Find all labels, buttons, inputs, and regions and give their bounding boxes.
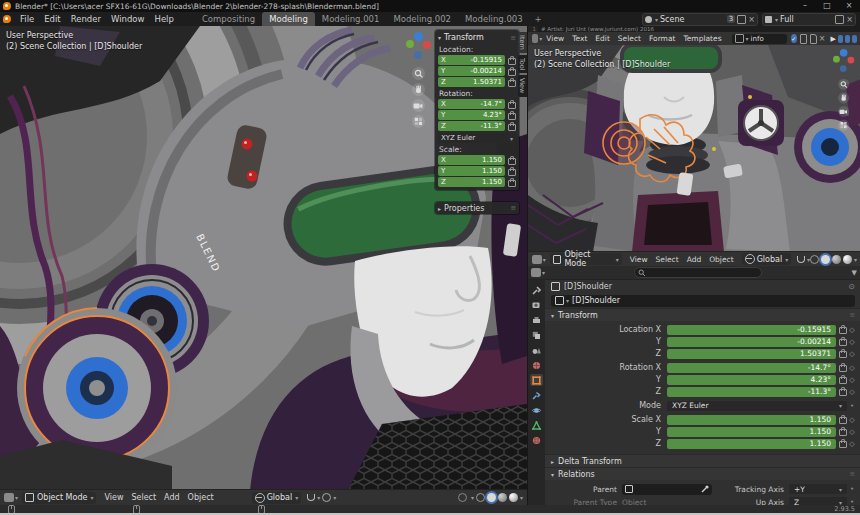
rotation-z-field[interactable]: -11.3° — [667, 387, 836, 397]
keyframe-icon[interactable] — [847, 388, 857, 396]
close-button[interactable]: × — [838, 0, 860, 12]
menu-object[interactable]: Object — [705, 252, 737, 267]
rotation-mode-dropdown[interactable]: XYZ Euler▾ — [438, 133, 516, 143]
menu-object[interactable]: Object — [184, 490, 218, 505]
new-view-layer-icon[interactable] — [835, 15, 844, 24]
delta-transform-panel-header[interactable]: Delta Transform — [545, 454, 860, 467]
axis-x-handle[interactable] — [848, 57, 855, 64]
location-y-field[interactable]: -0.00214 — [667, 337, 836, 347]
scene-users-badge[interactable]: 3 — [727, 15, 735, 23]
editor-type-icon[interactable] — [4, 493, 14, 502]
axis-neg-handle[interactable] — [414, 51, 422, 59]
tab-modeling-002[interactable]: Modeling.002 — [386, 12, 458, 26]
menu-templates[interactable]: Templates — [679, 31, 725, 46]
pan-hand-button[interactable] — [838, 92, 849, 103]
word-wrap-toggle[interactable] — [845, 35, 850, 43]
keyframe-icon[interactable] — [847, 364, 857, 372]
menu-window[interactable]: Window — [106, 12, 150, 26]
sidebar-tab-tool[interactable]: Tool — [518, 55, 527, 74]
shading-wireframe-button[interactable] — [810, 255, 819, 264]
run-script-button[interactable]: ▶ — [830, 35, 835, 43]
camera-view-button[interactable] — [412, 99, 425, 112]
lock-icon[interactable] — [839, 327, 847, 334]
menu-select[interactable]: Select — [652, 252, 683, 267]
keyframe-icon[interactable] — [847, 326, 857, 334]
shading-rendered-button[interactable] — [509, 493, 518, 502]
editor-type-icon[interactable] — [532, 255, 542, 264]
unlink-scene-icon[interactable]: × — [748, 16, 755, 23]
menu-render[interactable]: Render — [66, 12, 106, 26]
scale-z-field[interactable]: Z1.150 — [438, 177, 505, 187]
rotation-y-field[interactable]: 4.23° — [667, 375, 836, 385]
tab-modifiers[interactable] — [530, 389, 543, 401]
tab-object-data[interactable] — [530, 419, 543, 431]
keyframe-icon[interactable] — [847, 440, 857, 448]
tab-modeling-003[interactable]: Modeling.003 — [458, 12, 530, 26]
lock-icon[interactable] — [508, 80, 516, 87]
viewport-right-canvas[interactable]: User Perspective (2) Scene Collection | … — [528, 45, 860, 252]
rotation-x-field[interactable]: X-14.7° — [438, 99, 505, 109]
scene-selector[interactable]: ▾ Scene 3 × — [642, 13, 758, 26]
lock-icon[interactable] — [839, 339, 847, 346]
relations-panel-header[interactable]: Relations≡ — [545, 467, 860, 480]
properties-panel-collapsed[interactable]: Properties ≡ — [435, 202, 519, 214]
tracking-axis-dropdown[interactable]: +Y▾ — [789, 484, 847, 494]
maximize-button[interactable]: □ — [816, 0, 838, 12]
tab-render[interactable] — [530, 299, 543, 311]
mode-dropdown[interactable]: Object Mode ▾ — [22, 492, 96, 504]
shading-solid-button[interactable] — [487, 493, 496, 502]
menu-view[interactable]: View — [100, 490, 127, 505]
menu-add[interactable]: Add — [683, 252, 706, 267]
lock-icon[interactable] — [508, 124, 516, 131]
pin-icon[interactable]: ⊙ — [848, 282, 855, 291]
rotation-mode-dropdown[interactable]: XYZ Euler▾ — [667, 401, 847, 411]
tab-object[interactable] — [530, 374, 543, 386]
viewport-left-canvas[interactable]: BLEND Us — [0, 26, 527, 490]
open-folder-icon[interactable] — [810, 34, 817, 44]
menu-view[interactable]: View — [542, 31, 568, 46]
keyframe-icon[interactable] — [847, 350, 857, 358]
tab-tool[interactable] — [530, 284, 543, 296]
transform-orientation-dropdown[interactable]: Global ▾ — [742, 253, 792, 265]
menu-help[interactable]: Help — [149, 12, 178, 26]
transform-panel-header[interactable]: Transform ≡ — [438, 32, 516, 43]
editor-type-icon[interactable] — [532, 34, 538, 43]
menu-view[interactable]: View — [626, 252, 652, 267]
unlink-text-icon[interactable]: × — [819, 35, 826, 42]
lock-icon[interactable] — [508, 180, 516, 187]
lock-icon[interactable] — [839, 417, 847, 424]
axis-y-handle[interactable] — [406, 40, 414, 48]
editor-type-icon[interactable] — [531, 268, 541, 277]
lock-icon[interactable] — [508, 69, 516, 76]
shading-material-button[interactable] — [498, 493, 507, 502]
animate-dot[interactable]: • — [847, 402, 857, 410]
lock-icon[interactable] — [839, 389, 847, 396]
navigation-gizmo[interactable] — [831, 49, 857, 75]
remove-view-layer-icon[interactable]: × — [846, 16, 853, 23]
rotation-y-field[interactable]: Y4.23° — [438, 110, 505, 120]
tab-modeling[interactable]: Modeling — [262, 12, 315, 26]
scale-x-field[interactable]: 1.150 — [667, 415, 836, 425]
pan-hand-button[interactable] — [412, 83, 425, 96]
shading-rendered-button[interactable] — [843, 255, 852, 264]
orthographic-grid-button[interactable] — [838, 120, 849, 131]
scale-z-field[interactable]: 1.150 — [667, 439, 836, 449]
lock-icon[interactable] — [839, 441, 847, 448]
lock-icon[interactable] — [508, 169, 516, 176]
scale-x-field[interactable]: X1.150 — [438, 155, 505, 165]
lock-icon[interactable] — [839, 351, 847, 358]
navigation-gizmo[interactable] — [403, 32, 433, 62]
menu-text[interactable]: Text — [568, 31, 591, 46]
tab-world[interactable] — [530, 359, 543, 371]
menu-edit[interactable]: Edit — [591, 31, 614, 46]
line-numbers-toggle[interactable] — [838, 35, 843, 43]
location-y-field[interactable]: Y-0.00214 — [438, 66, 505, 76]
properties-search-input[interactable] — [634, 267, 762, 278]
view-layer-selector[interactable]: ▾ Full × — [762, 13, 856, 26]
keyframe-icon[interactable] — [847, 338, 857, 346]
location-x-field[interactable]: X-0.15915 — [438, 55, 505, 65]
breadcrumb-object-name[interactable]: [D]Shoulder — [564, 282, 612, 291]
zoom-button[interactable] — [838, 79, 849, 90]
register-check-icon[interactable]: ✓ — [791, 34, 797, 43]
scale-y-field[interactable]: 1.150 — [667, 427, 836, 437]
